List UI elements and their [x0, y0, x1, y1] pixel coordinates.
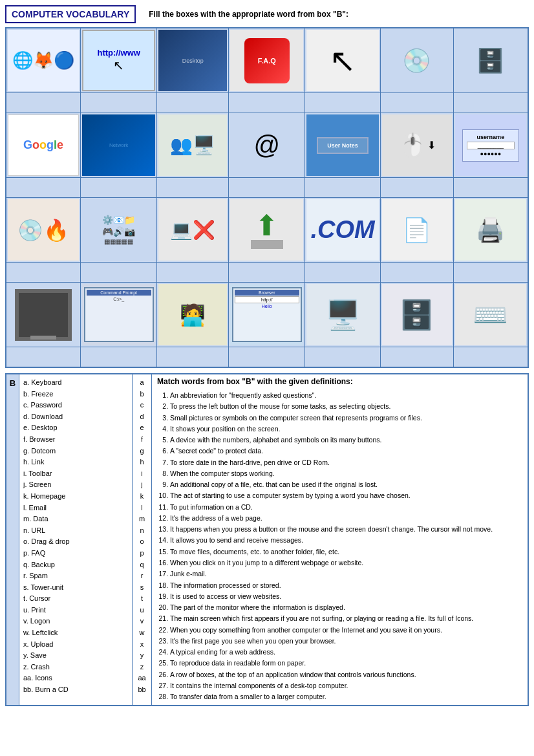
letter-item: r [134, 570, 150, 582]
letter-item: t [134, 593, 150, 605]
letter-item: h [134, 457, 150, 468]
letter-item: e [134, 422, 150, 434]
definition-item: To reproduce data in readable form on pa… [170, 658, 522, 668]
letter-item: q [134, 559, 150, 571]
vocab-item: e. Desktop [23, 422, 128, 434]
answer-input[interactable] [455, 179, 526, 196]
answer-input[interactable] [82, 179, 155, 196]
answer-input[interactable] [8, 349, 79, 365]
letter-item: y [134, 650, 150, 662]
input-cell[interactable] [6, 93, 81, 113]
img-printer: 🖨️ [453, 198, 528, 263]
letter-item: l [134, 502, 150, 514]
letter-item: b [134, 389, 150, 400]
definitions-section: Match words from box "B" with the given … [152, 374, 528, 705]
img-keyboard: ⌨️ [453, 283, 528, 347]
answer-input[interactable] [158, 179, 227, 196]
letter-item: aa [134, 673, 150, 684]
answer-input[interactable] [82, 94, 155, 111]
definitions-list: An abbreviation for "frequently asked qu… [157, 390, 522, 702]
definition-item: When the computer stops working. [170, 468, 522, 479]
answer-input[interactable] [306, 349, 379, 365]
img-upload-arrow: ⬆ [229, 198, 305, 263]
definition-item: It's the first page you see when you ope… [170, 636, 522, 646]
definition-item: To store date in the hard-drive, pen dri… [170, 457, 522, 468]
answer-input[interactable] [230, 94, 303, 111]
answer-input[interactable] [455, 264, 526, 281]
letter-item: n [134, 525, 150, 537]
vocab-item: r. Spam [23, 570, 128, 582]
vocab-item: j. Screen [23, 479, 128, 491]
definition-item: Small pictures or symbols on the compute… [170, 413, 522, 423]
image-row-1: 🌐🦊🔵 http://www ↖ Desktop [6, 28, 528, 93]
definition-item: It shows your position on the screen. [170, 424, 522, 434]
answer-input[interactable] [8, 179, 79, 196]
instruction: Fill the boxes with the appropriate word… [149, 10, 348, 19]
vocab-item: v. Logon [23, 616, 128, 627]
input-row-1[interactable] [6, 93, 528, 113]
answer-input[interactable] [230, 179, 303, 196]
definition-item: A typical ending for a web address. [170, 647, 522, 657]
page-title: COMPUTER VOCABULARY [5, 5, 136, 23]
answer-input[interactable] [158, 94, 227, 111]
definition-item: A device with the numbers, alphabet and … [170, 435, 522, 445]
definition-item: The part of the monitor where the inform… [170, 602, 522, 612]
answer-input[interactable] [82, 264, 155, 281]
letters-column: a b c d e f g h i j k l m n o p q r s t … [133, 374, 152, 705]
vocab-item: g. Dotcom [23, 446, 128, 457]
letter-item: j [134, 479, 150, 491]
vocab-item: n. URL [23, 525, 128, 537]
img-people-computer: 👥🖥️ [157, 113, 229, 178]
img-tower-unit: 🗄️ [380, 283, 453, 347]
vocab-item: d. Download [23, 411, 128, 423]
definition-item: To move files, documents, etc. to anothe… [170, 546, 522, 557]
img-cdrom: 💿 [380, 28, 453, 93]
answer-input[interactable] [158, 349, 227, 365]
answer-input[interactable] [8, 94, 79, 111]
img-com: .COM [305, 198, 381, 263]
letter-item: p [134, 548, 150, 559]
definition-item: When you click on it you jump to a diffe… [170, 557, 522, 568]
input-row-3[interactable] [6, 263, 528, 283]
letter-item: bb [134, 684, 150, 696]
letter-item: v [134, 616, 150, 627]
answer-input[interactable] [158, 264, 227, 281]
answer-input[interactable] [306, 94, 379, 111]
answer-input[interactable] [382, 94, 452, 111]
img-storage: 🗄️ [453, 28, 528, 93]
img-network: Network [81, 113, 157, 178]
vocab-item: b. Freeze [23, 389, 128, 400]
letter-item: u [134, 605, 150, 616]
answer-input[interactable] [455, 94, 526, 111]
vocab-item: u. Print [23, 605, 128, 616]
vocabulary-list: a. Keyboard b. Freeze c. Password d. Dow… [19, 374, 133, 705]
input-row-2[interactable] [6, 178, 528, 198]
input-row-4[interactable] [6, 347, 528, 368]
answer-input[interactable] [306, 264, 379, 281]
answer-input[interactable] [382, 349, 452, 365]
img-browsers: 🌐🦊🔵 [6, 28, 81, 93]
definition-item: An additional copy of a file, etc. that … [170, 479, 522, 490]
letter-item: i [134, 468, 150, 480]
img-mouse: 🖱️ ⬇ [380, 113, 453, 178]
definition-item: The information processed or stored. [170, 580, 522, 590]
img-login-screen: User Notes [305, 113, 381, 178]
answer-input[interactable] [230, 264, 303, 281]
img-dvd-fire: 💿🔥 [6, 198, 81, 263]
answer-input[interactable] [82, 349, 155, 365]
img-username-password: username ________ ●●●●●● [453, 113, 528, 178]
img-document: 📄 [380, 198, 453, 263]
img-crash-computer: 💻❌ [157, 198, 229, 263]
answer-input[interactable] [382, 264, 452, 281]
answer-input[interactable] [306, 179, 379, 196]
letter-item: s [134, 582, 150, 594]
answer-input[interactable] [382, 179, 452, 196]
vocab-item: t. Cursor [23, 593, 128, 605]
image-row-3: 💿🔥 ⚙️📧📁 🎮🔊📷 ▦▦▦▦▦ 💻❌ ⬆ [6, 198, 528, 263]
answer-input[interactable] [230, 349, 303, 365]
answer-input[interactable] [455, 349, 526, 365]
answer-input[interactable] [8, 264, 79, 281]
letter-item: d [134, 411, 150, 423]
letter-item: c [134, 400, 150, 411]
letter-item: a [134, 377, 150, 389]
